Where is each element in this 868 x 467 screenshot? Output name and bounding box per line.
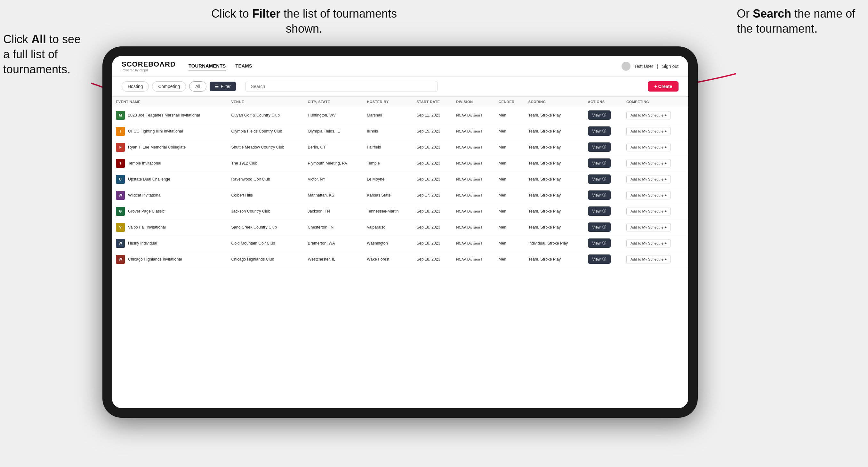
view-button-9[interactable]: View ⓘ [588, 254, 611, 264]
cell-event-name-4: U Upstate Dual Challenge [112, 171, 227, 187]
view-button-2[interactable]: View ⓘ [588, 143, 611, 152]
col-event-name: EVENT NAME [112, 97, 227, 107]
table-row: F Ryan T. Lee Memorial Collegiate Shuttl… [112, 139, 688, 155]
team-logo-1: I [116, 127, 125, 136]
cell-venue-4: Ravenwood Golf Club [227, 171, 304, 187]
add-schedule-button-7[interactable]: Add to My Schedule + [626, 223, 671, 231]
team-logo-9: W [116, 255, 125, 264]
cell-actions-5: View ⓘ [584, 187, 623, 203]
cell-division-4: NCAA Division I [452, 171, 495, 187]
cell-division-0: NCAA Division I [452, 107, 495, 123]
nav-tournaments[interactable]: TOURNAMENTS [188, 62, 226, 70]
cell-venue-6: Jackson Country Club [227, 203, 304, 219]
cell-division-9: NCAA Division I [452, 251, 495, 267]
add-schedule-button-4[interactable]: Add to My Schedule + [626, 175, 671, 183]
add-schedule-button-6[interactable]: Add to My Schedule + [626, 207, 671, 215]
cell-venue-8: Gold Mountain Golf Club [227, 235, 304, 251]
cell-competing-5: Add to My Schedule + [622, 187, 688, 203]
view-button-1[interactable]: View ⓘ [588, 126, 611, 136]
view-button-8[interactable]: View ⓘ [588, 239, 611, 248]
annotation-top-center: Click to Filter the list of tournaments … [208, 6, 400, 36]
team-logo-5: W [116, 191, 125, 200]
event-name-7: Valpo Fall Invitational [128, 225, 166, 229]
cell-gender-8: Men [495, 235, 525, 251]
create-button[interactable]: + Create [648, 81, 679, 92]
add-schedule-button-2[interactable]: Add to My Schedule + [626, 143, 671, 151]
view-button-0[interactable]: View ⓘ [588, 111, 611, 120]
add-schedule-button-8[interactable]: Add to My Schedule + [626, 239, 671, 247]
tab-all[interactable]: All [189, 81, 207, 92]
team-logo-2: F [116, 143, 125, 152]
cell-competing-2: Add to My Schedule + [622, 139, 688, 155]
view-button-6[interactable]: View ⓘ [588, 207, 611, 216]
add-schedule-button-3[interactable]: Add to My Schedule + [626, 159, 671, 167]
tournaments-table: EVENT NAME VENUE CITY, STATE HOSTED BY S… [112, 97, 688, 267]
search-input[interactable] [246, 81, 437, 92]
add-schedule-button-9[interactable]: Add to My Schedule + [626, 255, 671, 263]
cell-gender-4: Men [495, 171, 525, 187]
col-hosted-by: HOSTED BY [363, 97, 412, 107]
cell-start-date-4: Sep 16, 2023 [412, 171, 452, 187]
table-row: T Temple Invitational The 1912 Club Plym… [112, 155, 688, 171]
table-row: I OFCC Fighting Illini Invitational Olym… [112, 123, 688, 139]
cell-city-state-5: Manhattan, KS [304, 187, 363, 203]
view-icon-6: ⓘ [602, 208, 606, 214]
cell-hosted-by-1: Illinois [363, 123, 412, 139]
cell-gender-7: Men [495, 219, 525, 235]
cell-division-5: NCAA Division I [452, 187, 495, 203]
tab-competing[interactable]: Competing [152, 81, 186, 92]
cell-venue-7: Sand Creek Country Club [227, 219, 304, 235]
filter-button[interactable]: ☰ Filter [210, 82, 236, 91]
cell-venue-2: Shuttle Meadow Country Club [227, 139, 304, 155]
header-separator: | [657, 64, 658, 69]
cell-actions-6: View ⓘ [584, 203, 623, 219]
cell-competing-8: Add to My Schedule + [622, 235, 688, 251]
cell-division-7: NCAA Division I [452, 219, 495, 235]
add-schedule-button-0[interactable]: Add to My Schedule + [626, 111, 671, 119]
cell-actions-4: View ⓘ [584, 171, 623, 187]
cell-venue-3: The 1912 Club [227, 155, 304, 171]
nav-teams[interactable]: TEAMS [235, 62, 252, 70]
cell-venue-0: Guyan Golf & Country Club [227, 107, 304, 123]
team-logo-6: G [116, 207, 125, 216]
view-icon-4: ⓘ [602, 176, 606, 182]
event-name-9: Chicago Highlands Invitational [128, 257, 182, 261]
cell-city-state-0: Huntington, WV [304, 107, 363, 123]
cell-scoring-3: Team, Stroke Play [525, 155, 584, 171]
cell-competing-3: Add to My Schedule + [622, 155, 688, 171]
cell-actions-1: View ⓘ [584, 123, 623, 139]
cell-hosted-by-6: Tennessee-Martin [363, 203, 412, 219]
cell-city-state-2: Berlin, CT [304, 139, 363, 155]
view-icon-7: ⓘ [602, 224, 606, 230]
table-row: G Grover Page Classic Jackson Country Cl… [112, 203, 688, 219]
add-schedule-button-5[interactable]: Add to My Schedule + [626, 191, 671, 199]
view-icon-0: ⓘ [602, 112, 606, 118]
view-button-5[interactable]: View ⓘ [588, 190, 611, 200]
cell-division-2: NCAA Division I [452, 139, 495, 155]
cell-gender-5: Men [495, 187, 525, 203]
tab-hosting[interactable]: Hosting [122, 81, 149, 92]
view-button-4[interactable]: View ⓘ [588, 175, 611, 184]
cell-venue-1: Olympia Fields Country Club [227, 123, 304, 139]
col-start-date: START DATE [412, 97, 452, 107]
cell-division-3: NCAA Division I [452, 155, 495, 171]
view-button-3[interactable]: View ⓘ [588, 158, 611, 168]
view-button-7[interactable]: View ⓘ [588, 222, 611, 232]
cell-scoring-6: Team, Stroke Play [525, 203, 584, 219]
view-icon-1: ⓘ [602, 128, 606, 134]
team-logo-0: M [116, 111, 125, 120]
event-name-5: Wildcat Invitational [128, 193, 161, 197]
cell-actions-3: View ⓘ [584, 155, 623, 171]
event-name-2: Ryan T. Lee Memorial Collegiate [128, 145, 186, 150]
cell-hosted-by-8: Washington [363, 235, 412, 251]
filter-icon: ☰ [215, 84, 219, 89]
cell-scoring-4: Team, Stroke Play [525, 171, 584, 187]
app-logo-sub: Powered by clippd [122, 68, 176, 72]
cell-event-name-5: W Wildcat Invitational [112, 187, 227, 203]
cell-start-date-2: Sep 16, 2023 [412, 139, 452, 155]
add-schedule-button-1[interactable]: Add to My Schedule + [626, 127, 671, 135]
table-row: M 2023 Joe Feaganes Marshall Invitationa… [112, 107, 688, 123]
cell-gender-2: Men [495, 139, 525, 155]
cell-event-name-9: W Chicago Highlands Invitational [112, 251, 227, 267]
sign-out-link[interactable]: Sign out [662, 64, 679, 69]
